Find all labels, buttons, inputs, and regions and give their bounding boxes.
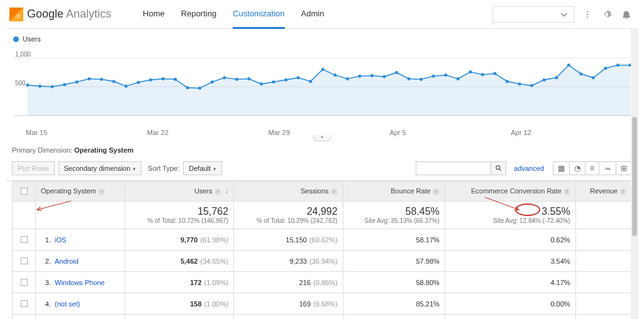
nav-reporting[interactable]: Reporting — [181, 0, 216, 29]
chart-expand-handle[interactable]: ▾ — [313, 135, 331, 141]
row-os-link[interactable]: Android — [55, 257, 79, 265]
row-checkbox[interactable] — [21, 300, 28, 308]
view-pie-icon[interactable]: ◔ — [570, 162, 586, 175]
xtick-5: Apr 12 — [511, 129, 632, 136]
col-os[interactable]: Operating System? — [36, 181, 125, 202]
ga-logo-text: Google Analytics — [27, 8, 111, 21]
view-bar-icon[interactable]: ≡ — [586, 162, 599, 175]
bell-icon[interactable] — [621, 9, 632, 20]
ytick-500: 500 — [15, 80, 26, 87]
svg-point-6 — [26, 84, 30, 87]
secondary-dimension-dropdown[interactable]: Secondary dimension — [58, 161, 142, 175]
plot-rows-button[interactable]: Plot Rows — [12, 161, 55, 175]
scrollbar[interactable] — [631, 29, 638, 319]
brand-google: Google — [27, 8, 64, 20]
report-table: Operating System? Users?↓ Sessions? Boun… — [12, 181, 632, 319]
cell-ecomm: 4.17% — [445, 272, 575, 293]
svg-point-31 — [333, 73, 336, 77]
cell-users: 172 — [190, 279, 201, 286]
legend-dot-icon — [13, 36, 19, 42]
row-checkbox[interactable] — [21, 257, 28, 265]
cell-users-pct: (34.65%) — [200, 257, 228, 265]
svg-point-42 — [469, 70, 472, 73]
view-table-icon[interactable]: ▦ — [553, 162, 570, 175]
cell-ecomm: 0.62% — [445, 229, 575, 251]
dots-icon[interactable] — [583, 10, 592, 19]
cell-users-pct: (61.98%) — [200, 236, 228, 244]
nav-admin[interactable]: Admin — [301, 0, 325, 29]
svg-point-50 — [567, 63, 570, 67]
svg-point-9 — [63, 83, 66, 86]
summary-row: 15,762% of Total: 10.72% (146,967) 24,99… — [13, 202, 632, 229]
line-chart[interactable]: 1,000 500 — [12, 44, 632, 126]
svg-point-0 — [587, 11, 588, 12]
cell-bounce: 85.21% — [343, 293, 445, 315]
cell-bounce: 58.17% — [343, 229, 445, 251]
top-bar: Google Analytics Home Reporting Customiz… — [6, 0, 638, 29]
svg-point-44 — [493, 72, 496, 75]
help-icon[interactable]: ? — [564, 188, 570, 195]
col-sessions[interactable]: Sessions? — [234, 181, 343, 202]
sort-type-dropdown[interactable]: Default — [183, 161, 222, 175]
cell-users: 5,462 — [180, 257, 198, 265]
row-index: 3. — [41, 279, 51, 286]
svg-point-17 — [162, 77, 165, 80]
row-checkbox[interactable] — [21, 279, 28, 286]
row-checkbox[interactable] — [21, 236, 28, 244]
svg-point-53 — [604, 67, 607, 70]
svg-point-37 — [408, 77, 411, 80]
nav-customization[interactable]: Customization — [233, 0, 284, 29]
row-os-link[interactable]: iOS — [55, 236, 66, 244]
col-bounce[interactable]: Bounce Rate? — [343, 181, 445, 202]
help-icon[interactable]: ? — [98, 188, 105, 195]
row-os-link[interactable]: Windows Phone — [55, 279, 105, 286]
svg-point-20 — [198, 87, 201, 90]
help-icon[interactable]: ? — [331, 188, 338, 195]
view-comparison-icon[interactable]: ⫬ — [599, 162, 616, 175]
col-revenue[interactable]: Revenue? — [575, 181, 631, 202]
help-icon[interactable]: ? — [619, 188, 626, 195]
chart-legend: Users — [13, 35, 632, 43]
cell-users-pct: (1.00%) — [204, 300, 229, 308]
svg-point-51 — [579, 72, 582, 75]
col-users[interactable]: Users?↓ — [125, 181, 233, 202]
svg-point-7 — [38, 85, 42, 88]
svg-point-46 — [518, 82, 521, 85]
cell-revenue — [575, 229, 631, 251]
cell-bounce: 58.80% — [343, 272, 445, 293]
ytick-1000: 1,000 — [15, 51, 31, 58]
table-search-input[interactable] — [416, 161, 491, 175]
svg-point-23 — [235, 78, 238, 81]
cell-sessions-pct: (60.62%) — [309, 236, 338, 244]
summary-revenue — [575, 202, 631, 229]
table-row: 5.BlackBerry102(0.65%)115(0.46%)70.43%0.… — [13, 315, 632, 320]
svg-line-58 — [37, 201, 71, 210]
primary-dimension-value: Operating System — [74, 146, 133, 154]
summary-bounce: 58.45%Site Avg: 35.13% (66.37%) — [343, 202, 445, 229]
gear-icon[interactable] — [601, 9, 612, 20]
svg-point-18 — [174, 78, 177, 81]
table-row: 2.Android5,462(34.65%)9,233(36.94%)57.98… — [13, 251, 632, 272]
svg-line-57 — [499, 169, 501, 171]
svg-point-21 — [211, 80, 214, 84]
cell-sessions-pct: (36.94%) — [309, 257, 338, 265]
svg-point-45 — [506, 80, 509, 83]
help-icon[interactable]: ? — [214, 188, 221, 195]
legend-users-label: Users — [23, 35, 41, 43]
svg-point-49 — [555, 76, 558, 79]
select-all-checkbox[interactable] — [21, 188, 28, 195]
svg-point-56 — [496, 166, 500, 170]
account-picker[interactable] — [492, 6, 574, 23]
help-icon[interactable]: ? — [433, 188, 440, 195]
advanced-link[interactable]: advanced — [514, 165, 544, 172]
svg-point-35 — [382, 75, 386, 78]
table-search-button[interactable] — [491, 161, 506, 175]
svg-point-54 — [616, 63, 619, 67]
cell-revenue — [575, 251, 631, 272]
cell-sessions-pct: (0.68%) — [313, 300, 338, 308]
svg-point-41 — [457, 77, 460, 80]
row-os-link[interactable]: (not set) — [55, 300, 80, 308]
cell-revenue — [575, 293, 631, 315]
nav-home[interactable]: Home — [143, 0, 165, 29]
view-pivot-icon[interactable]: ⊞ — [616, 162, 631, 175]
